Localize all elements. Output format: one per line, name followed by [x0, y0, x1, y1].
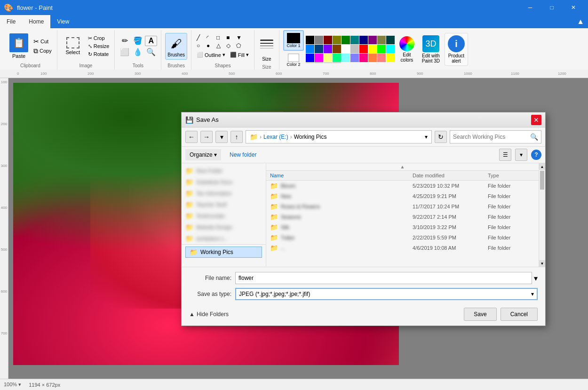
file-type-cell: File folder [488, 204, 535, 209]
folder-icon-5: 📁 [185, 223, 193, 231]
left-item-label-2: Tax Information [196, 191, 231, 196]
breadcrumb-location-icon: 📁 [250, 133, 258, 141]
selected-folder-item[interactable]: 📁 Working Pics [185, 247, 262, 258]
file-date-cell: 4/6/2019 10:08 AM [413, 245, 488, 251]
file-name-text: Seasons [281, 214, 301, 220]
left-item-label-3: Teacher Stuff [196, 202, 227, 207]
folder-icon-1: 📁 [185, 178, 193, 186]
view-dropdown[interactable]: ▾ [515, 149, 527, 161]
left-item-label-4: Testimonials [196, 213, 225, 219]
up-button[interactable]: ↑ [230, 131, 243, 143]
left-items: 📁 New Folder 📁 Substitute Docs 📁 Tax Inf… [182, 165, 266, 244]
left-item-5[interactable]: 📁 Website Design [182, 222, 266, 233]
file-date-cell: 5/23/2019 10:32 PM [413, 183, 488, 189]
sort-up-icon[interactable]: ▲ [400, 164, 405, 169]
file-list-row[interactable]: 📁 Bloom 5/23/2019 10:32 PM File folder [266, 181, 539, 191]
file-folder-icon: 📁 [270, 244, 278, 252]
dialog-overlay: 💾 Save As ✕ ← → ▾ ↑ 📁 › Lexar (E:) › Wor… [0, 0, 588, 390]
left-item-label-6: workplace s... [196, 236, 228, 241]
file-name-dropdown[interactable]: ▾ [534, 274, 538, 283]
file-list-row[interactable]: 📁 New 4/25/2019 9:21 PM File folder [266, 191, 539, 201]
search-box: 🔍 [450, 130, 541, 143]
left-item-2[interactable]: 📁 Tax Information [182, 188, 266, 199]
file-name-cell: 📁 New [270, 192, 413, 200]
file-list-row[interactable]: 📁 Seasons 9/22/2017 2:14 PM File folder [266, 212, 539, 222]
file-folder-icon: 📁 [270, 182, 278, 190]
help-button[interactable]: ? [531, 150, 541, 160]
left-item-0[interactable]: 📁 New Folder [182, 165, 266, 176]
file-list-row[interactable]: 📁 ... 4/6/2019 10:08 AM File folder [266, 243, 539, 253]
col-type-header[interactable]: Type [488, 173, 535, 178]
col-date-header[interactable]: Date modified [413, 173, 488, 178]
file-date-cell: 2/22/2019 5:59 PM [413, 235, 488, 240]
dialog-footer: File name: ▾ Save as type: JPEG (*.jpg;*… [182, 267, 545, 326]
file-name-cell: 📁 Tulips [270, 234, 413, 241]
dialog-buttons: ▲ Hide Folders Save Cancel [189, 304, 538, 321]
selected-folder-icon: 📁 [190, 248, 198, 256]
file-name-cell: 📁 Bloom [270, 182, 413, 190]
breadcrumb-location[interactable]: Lexar (E:) [263, 134, 288, 140]
save-as-dialog: 💾 Save As ✕ ← → ▾ ↑ 📁 › Lexar (E:) › Wor… [181, 112, 546, 326]
scroll-up-btn[interactable]: ▲ [539, 163, 545, 170]
file-name-cell: 📁 Silk [270, 223, 413, 231]
folder-icon-4: 📁 [185, 212, 193, 220]
hide-folders-arrow: ▲ [189, 311, 195, 318]
save-type-chevron: ▾ [531, 291, 534, 297]
right-panel: ▲ Name Date modified Type 📁 Bloom 5/23/2… [266, 163, 539, 267]
col-name-header[interactable]: Name [270, 173, 413, 178]
file-list-header: Name Date modified Type [266, 171, 539, 181]
new-folder-button[interactable]: New folder [225, 150, 261, 160]
folder-icon-0: 📁 [185, 167, 193, 175]
file-name-cell: 📁 Seasons [270, 213, 413, 221]
organize-button[interactable]: Organize ▾ [185, 149, 221, 160]
left-item-4[interactable]: 📁 Testimonials [182, 210, 266, 222]
hide-folders-button[interactable]: ▲ Hide Folders [189, 311, 460, 318]
file-date-cell: 11/7/2017 10:24 PM [413, 204, 488, 209]
refresh-button[interactable]: ↻ [435, 131, 447, 143]
left-panel-scroll: 📁 New Folder 📁 Substitute Docs 📁 Tax Inf… [182, 165, 266, 244]
file-type-cell: File folder [488, 214, 535, 220]
file-date-cell: 3/10/2019 3:22 PM [413, 224, 488, 230]
breadcrumb-sep1: › [260, 134, 262, 140]
selected-folder-label: Working Pics [200, 249, 233, 255]
dialog-actions: Organize ▾ New folder ☰ ▾ ? [182, 147, 545, 163]
vertical-scrollbar[interactable]: ▲ ▼ [539, 163, 545, 267]
left-item-3[interactable]: 📁 Teacher Stuff [182, 199, 266, 210]
new-folder-label: New folder [230, 151, 256, 158]
scroll-down-btn[interactable]: ▼ [539, 260, 545, 267]
save-type-label: Save as type: [189, 291, 231, 297]
file-list: 📁 Bloom 5/23/2019 10:32 PM File folder 📁… [266, 181, 539, 267]
sort-arrows: ▲ [266, 163, 539, 171]
file-folder-icon: 📁 [270, 223, 278, 231]
file-name-row: File name: ▾ [189, 272, 538, 284]
file-list-row[interactable]: 📁 Silk 3/10/2019 3:22 PM File folder [266, 222, 539, 232]
left-item-6[interactable]: 📁 workplace s... [182, 233, 266, 244]
file-list-row[interactable]: 📁 Tulips 2/22/2019 5:59 PM File folder [266, 232, 539, 243]
dialog-body: 📁 New Folder 📁 Substitute Docs 📁 Tax Inf… [182, 163, 545, 267]
dialog-close-button[interactable]: ✕ [531, 115, 541, 125]
breadcrumb-bar[interactable]: 📁 › Lexar (E:) › Working Pics ▾ [246, 130, 432, 143]
save-type-select[interactable]: JPEG (*.jpg;*.jpeg;*.jpe;*.jfif) ▾ [235, 288, 538, 300]
cancel-button[interactable]: Cancel [501, 308, 538, 321]
left-item-label-0: New Folder [196, 168, 222, 174]
save-button[interactable]: Save [464, 308, 496, 321]
view-button[interactable]: ☰ [499, 149, 511, 161]
forward-button[interactable]: → [200, 131, 213, 143]
file-date-cell: 9/22/2017 2:14 PM [413, 214, 488, 220]
file-folder-icon: 📁 [270, 203, 278, 210]
folder-icon-3: 📁 [185, 201, 193, 208]
left-item-label-5: Website Design [196, 224, 232, 230]
search-input[interactable] [453, 134, 528, 140]
folder-icon-6: 📁 [185, 235, 193, 242]
file-name-text: New [281, 193, 291, 199]
scroll-thumb[interactable] [540, 171, 544, 190]
file-list-row[interactable]: 📁 Roses & Flowers 11/7/2017 10:24 PM Fil… [266, 201, 539, 212]
file-name-input[interactable] [235, 272, 532, 284]
save-type-value: JPEG (*.jpg;*.jpeg;*.jpe;*.jfif) [239, 291, 310, 297]
left-item-1[interactable]: 📁 Substitute Docs [182, 176, 266, 188]
hide-folders-label: Hide Folders [197, 311, 229, 318]
back-button[interactable]: ← [185, 131, 198, 143]
dropdown-button[interactable]: ▾ [215, 131, 228, 143]
breadcrumb-dropdown[interactable]: ▾ [425, 134, 428, 140]
file-name-text: Tulips [281, 235, 294, 240]
